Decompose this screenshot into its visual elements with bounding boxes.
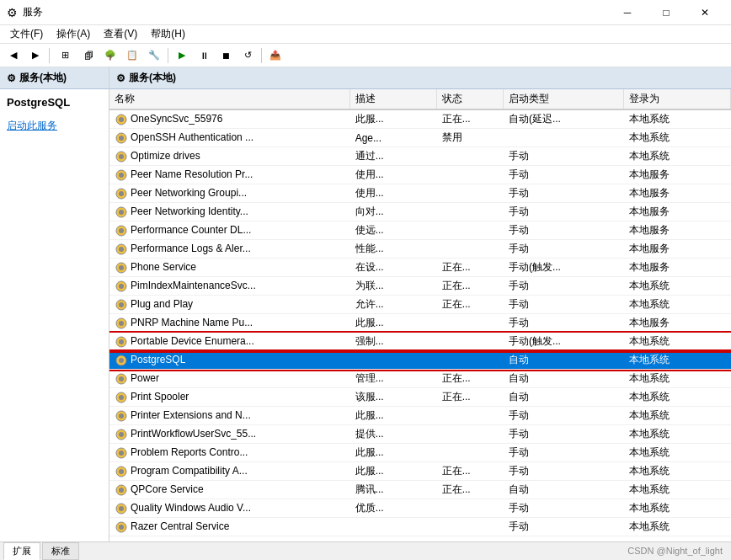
table-row[interactable]: Printer Extensions and N...此服...手动本地系统 <box>109 407 731 425</box>
service-icon <box>115 205 128 219</box>
service-status-cell <box>437 147 504 166</box>
menu-file[interactable]: 文件(F) <box>3 25 50 43</box>
col-desc[interactable]: 描述 <box>350 89 437 109</box>
toolbar-forward[interactable]: ▶ <box>25 46 45 65</box>
table-row[interactable]: Plug and Play允许...正在...手动本地系统 <box>109 296 731 314</box>
service-name-cell: Print Spooler <box>109 388 350 407</box>
menu-help[interactable]: 帮助(H) <box>144 25 192 43</box>
service-icon <box>115 187 128 200</box>
service-icon <box>115 446 128 460</box>
title-bar: ⚙ 服务 ─ □ ✕ <box>0 0 731 25</box>
tab-expand[interactable]: 扩展 <box>3 542 40 560</box>
toolbar-export[interactable]: 📤 <box>265 46 285 65</box>
table-row[interactable]: Program Compatibility A...此服...正在...手动本地… <box>109 462 731 481</box>
toolbar-play[interactable]: ▶ <box>172 46 192 65</box>
service-icon <box>115 261 128 275</box>
left-panel-title: 服务(本地) <box>19 71 67 85</box>
service-logon-cell: 本地系统 <box>624 129 731 147</box>
toolbar-detail[interactable]: 📋 <box>122 46 142 65</box>
minimize-button[interactable]: ─ <box>608 0 647 25</box>
toolbar-stop[interactable]: ⏹ <box>216 46 236 65</box>
service-name-cell: Printer Extensions and N... <box>109 407 350 425</box>
table-row[interactable]: PNRP Machine Name Pu...此服...手动本地服务 <box>109 314 731 333</box>
toolbar-properties[interactable]: 🔧 <box>144 46 164 65</box>
table-row[interactable]: Quality Windows Audio V...优质...手动本地系统 <box>109 499 731 518</box>
service-icon <box>115 465 128 478</box>
col-status[interactable]: 状态 <box>437 89 504 109</box>
toolbar-show-hide[interactable]: ⊞ <box>53 46 77 65</box>
service-status-cell: 正在... <box>437 370 504 388</box>
service-icon <box>115 168 128 182</box>
service-name-cell: OpenSSH Authentication ... <box>109 129 350 147</box>
service-desc-cell <box>350 351 437 370</box>
service-startup-cell <box>504 129 624 147</box>
table-row[interactable]: Problem Reports Contro...此服...手动本地系统 <box>109 444 731 462</box>
table-row[interactable]: Optimize drives通过...手动本地系统 <box>109 147 731 166</box>
table-row[interactable]: Performance Counter DL...使远...手动本地服务 <box>109 221 731 240</box>
toolbar-tree[interactable]: 🌳 <box>100 46 120 65</box>
service-name-cell: Performance Logs & Aler... <box>109 240 350 259</box>
toolbar-sep-1 <box>49 48 50 63</box>
service-name-cell: Power <box>109 370 350 388</box>
service-status-cell <box>437 166 504 184</box>
close-button[interactable]: ✕ <box>686 0 724 25</box>
table-row[interactable]: PrintWorkflowUserSvc_55...提供...手动本地系统 <box>109 425 731 444</box>
service-status-cell <box>437 425 504 444</box>
table-row[interactable]: Razer Central Service手动本地系统 <box>109 518 731 536</box>
status-bar: 扩展 标准 <box>0 541 731 560</box>
table-row[interactable]: Peer Networking Groupi...使用...手动本地服务 <box>109 184 731 203</box>
service-status-cell: 正在... <box>437 481 504 499</box>
table-row[interactable]: Print Spooler该服...正在...自动本地系统 <box>109 388 731 407</box>
service-icon <box>115 150 128 163</box>
right-panel: ⚙ 服务(本地) 名称 描述 状态 启动类型 登录为 OneSyncSvc_55… <box>109 67 731 541</box>
service-status-cell: 正在... <box>437 259 504 277</box>
service-desc-cell: 管理... <box>350 370 437 388</box>
menu-view[interactable]: 查看(V) <box>97 25 144 43</box>
start-service-link[interactable]: 启动此服务 <box>7 120 57 131</box>
maximize-button[interactable]: □ <box>647 0 686 25</box>
service-status-cell: 正在... <box>437 109 504 129</box>
table-row[interactable]: PimIndexMaintenanceSvc...为联...正在...手动本地系… <box>109 277 731 296</box>
service-startup-cell: 手动 <box>504 462 624 481</box>
table-row[interactable]: OneSyncSvc_55976此服...正在...自动(延迟...本地系统 <box>109 109 731 129</box>
toolbar-back[interactable]: ◀ <box>3 46 24 65</box>
svg-point-13 <box>119 228 124 233</box>
service-name-cell: Performance Counter DL... <box>109 221 350 240</box>
service-name-cell: Problem Reports Contro... <box>109 444 350 462</box>
service-desc-cell: 此服... <box>350 407 437 425</box>
service-desc-cell: 允许... <box>350 296 437 314</box>
col-name[interactable]: 名称 <box>109 89 350 109</box>
service-logon-cell: 本地系统 <box>624 388 731 407</box>
service-desc-cell: 提供... <box>350 425 437 444</box>
service-startup-cell: 自动(延迟... <box>504 109 624 129</box>
table-row[interactable]: Power管理...正在...自动本地系统 <box>109 370 731 388</box>
col-startup[interactable]: 启动类型 <box>504 89 624 109</box>
menu-action[interactable]: 操作(A) <box>50 25 97 43</box>
toolbar-up[interactable]: 🗐 <box>78 46 99 65</box>
service-startup-cell: 手动 <box>504 407 624 425</box>
service-status-cell <box>437 407 504 425</box>
service-icon <box>115 298 128 312</box>
service-logon-cell: 本地服务 <box>624 259 731 277</box>
services-table-container[interactable]: 名称 描述 状态 启动类型 登录为 OneSyncSvc_55976此服...正… <box>109 89 731 541</box>
table-row[interactable]: OpenSSH Authentication ...Age...禁用本地系统 <box>109 129 731 147</box>
table-row[interactable]: QPCore Service腾讯...正在...自动本地系统 <box>109 481 731 499</box>
service-startup-cell: 自动 <box>504 370 624 388</box>
tab-standard[interactable]: 标准 <box>42 542 79 560</box>
service-startup-cell: 手动 <box>504 221 624 240</box>
toolbar-restart[interactable]: ↺ <box>237 46 258 65</box>
table-row[interactable]: Peer Name Resolution Pr...使用...手动本地服务 <box>109 166 731 184</box>
table-row[interactable]: Portable Device Enumera...强制...手动(触发...本… <box>109 333 731 351</box>
service-status-cell <box>437 444 504 462</box>
table-row[interactable]: Performance Logs & Aler...性能...手动本地服务 <box>109 240 731 259</box>
svg-point-9 <box>119 191 124 196</box>
table-row[interactable]: PostgreSQL自动本地系统 <box>109 351 731 370</box>
table-row[interactable]: Peer Networking Identity...向对...手动本地服务 <box>109 203 731 221</box>
service-desc-cell: 使用... <box>350 166 437 184</box>
service-startup-cell: 手动 <box>504 147 624 166</box>
table-row[interactable]: Phone Service在设...正在...手动(触发...本地服务 <box>109 259 731 277</box>
toolbar-pause[interactable]: ⏸ <box>194 46 214 65</box>
col-logon[interactable]: 登录为 <box>624 89 731 109</box>
svg-point-39 <box>119 469 124 474</box>
window-title: 服务 <box>23 5 43 19</box>
